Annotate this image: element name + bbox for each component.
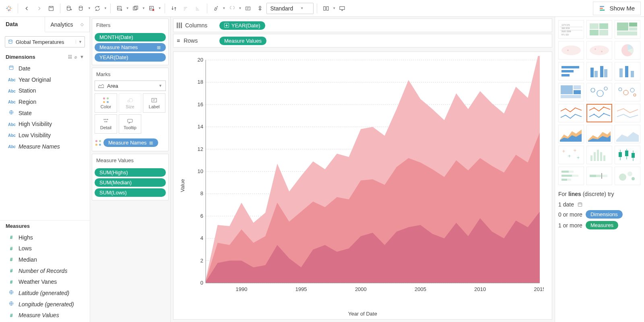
- showme-chart-1[interactable]: [586, 20, 612, 39]
- rows-pill[interactable]: Measure Values: [219, 37, 266, 45]
- labels-icon[interactable]: [242, 3, 254, 14]
- svg-text:+: +: [568, 153, 571, 159]
- svg-rect-8: [324, 6, 326, 10]
- showme-chart-21[interactable]: [558, 167, 584, 185]
- showme-chart-9[interactable]: [558, 83, 584, 101]
- tab-data[interactable]: Data: [0, 17, 45, 32]
- undo-icon[interactable]: [21, 3, 33, 14]
- clear-button[interactable]: ▼: [146, 3, 161, 14]
- datasource-select[interactable]: Global Temperatures ▼: [5, 36, 85, 47]
- showme-chart-5[interactable]: [615, 41, 640, 60]
- chart-area[interactable]: Value Year of Date 024681012141618201990…: [173, 52, 552, 320]
- save-icon[interactable]: [45, 3, 57, 14]
- filter-pill[interactable]: MONTH(Date): [95, 33, 166, 41]
- dimension-high visibility[interactable]: AbcHigh Visibility: [0, 119, 90, 130]
- measure-value-pill[interactable]: SUM(Highs): [95, 168, 166, 177]
- filter-pill[interactable]: Measure Names≣: [95, 43, 166, 52]
- dimension-low visibility[interactable]: AbcLow Visibility: [0, 130, 90, 141]
- measure-lows[interactable]: #Lows: [0, 243, 90, 254]
- filters-title: Filters: [92, 19, 168, 31]
- svg-text:16: 16: [198, 101, 203, 107]
- showme-req-dims: 0 or moreDimensions: [558, 210, 641, 219]
- showme-chart-20[interactable]: [615, 146, 640, 164]
- showme-chart-12[interactable]: [558, 104, 584, 122]
- measure-longitude (generated)[interactable]: Longitude (generated): [0, 299, 90, 310]
- mark-detail[interactable]: Detail: [95, 114, 117, 134]
- filter-pill[interactable]: YEAR(Date): [95, 53, 166, 62]
- show-cards-button[interactable]: ▼: [320, 3, 336, 14]
- refresh-button[interactable]: ▼: [92, 3, 107, 14]
- showme-chart-19[interactable]: [586, 146, 612, 164]
- svg-rect-68: [617, 23, 628, 31]
- presentation-icon[interactable]: [336, 3, 348, 14]
- showme-chart-10[interactable]: [586, 83, 612, 101]
- pause-updates-button[interactable]: ▼: [76, 3, 91, 14]
- svg-text:1990: 1990: [235, 286, 247, 292]
- tab-analytics[interactable]: Analytics◇: [45, 17, 90, 32]
- showme-chart-4[interactable]: [586, 41, 612, 60]
- showme-chart-23[interactable]: [615, 167, 640, 185]
- showme-chart-22[interactable]: [586, 167, 612, 185]
- showme-chart-7[interactable]: [586, 62, 612, 80]
- columns-shelf[interactable]: Columns +YEAR(Date): [173, 19, 552, 32]
- view-fields-icon[interactable]: ☷: [68, 54, 72, 60]
- color-pill[interactable]: Measure Names≣: [103, 138, 158, 147]
- showme-chart-17[interactable]: [615, 125, 640, 143]
- mark-tooltip[interactable]: Tooltip: [119, 114, 141, 134]
- svg-rect-71: [617, 31, 637, 35]
- showme-chart-0[interactable]: 1274 676368 30342620 2599971 322: [558, 20, 584, 39]
- fit-dropdown[interactable]: Standard▼: [266, 3, 314, 14]
- measure-highs[interactable]: #Highs: [0, 232, 90, 244]
- measure-number of records[interactable]: #Number of Records: [0, 266, 90, 277]
- duplicate-button[interactable]: ▼: [130, 3, 145, 14]
- mark-color[interactable]: Color: [95, 93, 117, 113]
- sort-desc-icon[interactable]: [192, 3, 204, 14]
- tableau-logo-icon[interactable]: [3, 3, 14, 14]
- dimension-year original[interactable]: AbcYear Original: [0, 74, 90, 86]
- dimension-measure names[interactable]: AbcMeasure Names: [0, 141, 90, 153]
- rows-shelf[interactable]: ≡Rows Measure Values: [173, 34, 552, 47]
- data-pane: Data Analytics◇ Global Temperatures ▼ Di…: [0, 17, 90, 322]
- svg-rect-7: [246, 7, 250, 10]
- mark-label[interactable]: Label: [143, 93, 165, 113]
- measure-value-pill[interactable]: SUM(Median): [95, 178, 166, 187]
- showme-chart-13[interactable]: [586, 104, 612, 122]
- showme-chart-8[interactable]: [615, 62, 640, 80]
- svg-point-94: [604, 87, 607, 90]
- measure-latitude (generated)[interactable]: Latitude (generated): [0, 288, 90, 299]
- svg-point-96: [623, 90, 628, 95]
- mark-type-select[interactable]: Area▼: [95, 80, 166, 91]
- search-fields-icon[interactable]: ⌕: [74, 54, 77, 60]
- showme-chart-2[interactable]: [615, 20, 640, 39]
- redo-icon[interactable]: [33, 3, 45, 14]
- showme-chart-14[interactable]: [615, 104, 640, 122]
- new-datasource-button[interactable]: [64, 3, 75, 14]
- new-worksheet-button[interactable]: ▼: [114, 3, 129, 14]
- measure-weather vanes[interactable]: #Weather Vanes: [0, 277, 90, 288]
- mark-size[interactable]: Size: [119, 93, 141, 113]
- show-me-button[interactable]: Show Me: [593, 2, 641, 15]
- dimension-state[interactable]: State: [0, 108, 90, 119]
- columns-pill[interactable]: +YEAR(Date): [219, 21, 265, 30]
- measure-value-pill[interactable]: SUM(Lows): [95, 188, 166, 197]
- highlight-button[interactable]: ▼: [211, 3, 226, 14]
- showme-chart-16[interactable]: [586, 125, 612, 143]
- measure-measure values[interactable]: #Measure Values: [0, 310, 90, 321]
- showme-chart-3[interactable]: [558, 41, 584, 60]
- dimension-station[interactable]: AbcStation: [0, 85, 90, 97]
- pin-icon[interactable]: [254, 3, 266, 14]
- dimension-date[interactable]: Date: [0, 63, 90, 74]
- showme-chart-15[interactable]: [558, 125, 584, 143]
- showme-chart-18[interactable]: ++++: [558, 146, 584, 164]
- svg-text:971 322: 971 322: [561, 33, 569, 36]
- showme-chart-6[interactable]: [558, 62, 584, 80]
- svg-rect-90: [574, 90, 581, 94]
- measure-median[interactable]: #Median: [0, 254, 90, 266]
- svg-rect-113: [619, 152, 622, 157]
- sort-asc-icon[interactable]: [180, 3, 192, 14]
- showme-chart-11[interactable]: [615, 83, 640, 101]
- group-button[interactable]: ▼: [227, 3, 242, 14]
- dimension-region[interactable]: AbcRegion: [0, 97, 90, 108]
- fields-menu-icon[interactable]: ▼: [80, 54, 84, 60]
- swap-button[interactable]: [168, 3, 180, 14]
